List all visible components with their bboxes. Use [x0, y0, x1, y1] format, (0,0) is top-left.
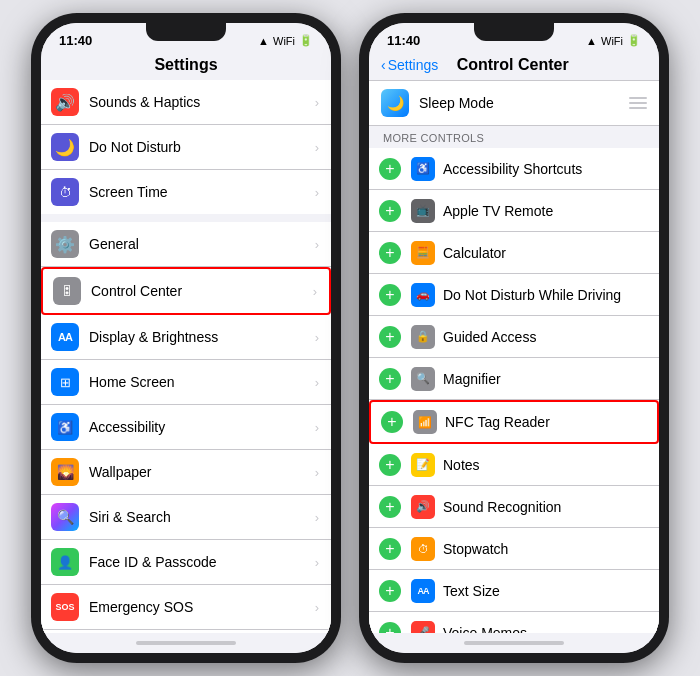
- sos-chevron: ›: [315, 600, 319, 615]
- textsize-label: Text Size: [443, 583, 647, 599]
- home-screen-item[interactable]: ⊞ Home Screen ›: [41, 360, 331, 405]
- display-chevron: ›: [315, 330, 319, 345]
- add-sound-btn[interactable]: +: [379, 496, 401, 518]
- right-status-icons: ▲ WiFi 🔋: [586, 34, 641, 47]
- control-center-item[interactable]: 🎛 Control Center ›: [41, 267, 331, 315]
- dnd-label: Do Not Disturb: [89, 139, 315, 155]
- magnifier-item[interactable]: + 🔍 Magnifier: [369, 358, 659, 400]
- drag-line-2: [629, 102, 647, 104]
- add-notes-btn[interactable]: +: [379, 454, 401, 476]
- screentime-chevron: ›: [315, 185, 319, 200]
- right-home-bar: [369, 633, 659, 653]
- left-group-2: ⚙️ General › 🎛 Control Center › AA Displ…: [41, 222, 331, 633]
- calculator-item[interactable]: + 🧮 Calculator: [369, 232, 659, 274]
- add-magnifier-btn[interactable]: +: [379, 368, 401, 390]
- left-phone: 11:40 ▲ WiFi 🔋 Settings 🔊 Sounds & Hapti…: [31, 13, 341, 663]
- general-item[interactable]: ⚙️ General ›: [41, 222, 331, 267]
- add-accessibility-btn[interactable]: +: [379, 158, 401, 180]
- notes-icon: 📝: [411, 453, 435, 477]
- voicememo-icon: 🎤: [411, 621, 435, 634]
- right-settings-list[interactable]: 🌙 Sleep Mode MORE CONTROLS + ♿ Accessibi…: [369, 81, 659, 633]
- display-icon: AA: [51, 323, 79, 351]
- accessibility-item[interactable]: ♿ Accessibility ›: [41, 405, 331, 450]
- wallpaper-label: Wallpaper: [89, 464, 315, 480]
- back-button[interactable]: ‹ Settings: [381, 57, 438, 73]
- stopwatch-item[interactable]: + ⏱ Stopwatch: [369, 528, 659, 570]
- right-phone: 11:40 ▲ WiFi 🔋 ‹ Settings Control Center…: [359, 13, 669, 663]
- sleep-icon: 🌙: [381, 89, 409, 117]
- faceid-icon: 👤: [51, 548, 79, 576]
- sleep-mode-item[interactable]: 🌙 Sleep Mode: [369, 81, 659, 126]
- voicememo-label: Voice Memos: [443, 625, 647, 634]
- exposure-item[interactable]: 📡 Exposure Notifications ›: [41, 630, 331, 633]
- left-nav-bar: Settings: [41, 52, 331, 80]
- text-size-item[interactable]: + AA Text Size: [369, 570, 659, 612]
- guided-access-label: Guided Access: [443, 329, 647, 345]
- accessibility-shortcuts-label: Accessibility Shortcuts: [443, 161, 647, 177]
- back-label: Settings: [388, 57, 439, 73]
- add-calculator-btn[interactable]: +: [379, 242, 401, 264]
- faceid-item[interactable]: 👤 Face ID & Passcode ›: [41, 540, 331, 585]
- signal-icon: ▲: [258, 35, 269, 47]
- guided-access-icon: 🔒: [411, 325, 435, 349]
- display-brightness-item[interactable]: AA Display & Brightness ›: [41, 315, 331, 360]
- dnd-driving-label: Do Not Disturb While Driving: [443, 287, 647, 303]
- voice-memos-item[interactable]: + 🎤 Voice Memos: [369, 612, 659, 633]
- accessibility-shortcuts-item[interactable]: + ♿ Accessibility Shortcuts: [369, 148, 659, 190]
- stopwatch-icon: ⏱: [411, 537, 435, 561]
- sounds-haptics-item[interactable]: 🔊 Sounds & Haptics ›: [41, 80, 331, 125]
- guided-access-item[interactable]: + 🔒 Guided Access: [369, 316, 659, 358]
- nfc-tag-reader-item[interactable]: + 📶 NFC Tag Reader: [369, 400, 659, 444]
- right-group-existing: 🌙 Sleep Mode: [369, 81, 659, 126]
- stopwatch-label: Stopwatch: [443, 541, 647, 557]
- siri-search-item[interactable]: 🔍 Siri & Search ›: [41, 495, 331, 540]
- control-center-label: Control Center: [91, 283, 313, 299]
- dnd-driving-item[interactable]: + 🚗 Do Not Disturb While Driving: [369, 274, 659, 316]
- wallpaper-item[interactable]: 🌄 Wallpaper ›: [41, 450, 331, 495]
- left-nav-title: Settings: [154, 56, 217, 73]
- textsize-icon: AA: [411, 579, 435, 603]
- screen-time-item[interactable]: ⏱ Screen Time ›: [41, 170, 331, 214]
- notes-item[interactable]: + 📝 Notes: [369, 444, 659, 486]
- add-guided-btn[interactable]: +: [379, 326, 401, 348]
- add-appletv-btn[interactable]: +: [379, 200, 401, 222]
- sound-recognition-item[interactable]: + 🔊 Sound Recognition: [369, 486, 659, 528]
- accessibility-icon: ♿: [51, 413, 79, 441]
- sleep-drag-handle[interactable]: [629, 97, 647, 109]
- do-not-disturb-item[interactable]: 🌙 Do Not Disturb ›: [41, 125, 331, 170]
- right-group-more: + ♿ Accessibility Shortcuts + 📺 Apple TV…: [369, 148, 659, 633]
- nfc-icon: 📶: [413, 410, 437, 434]
- sleep-label: Sleep Mode: [419, 95, 629, 111]
- siri-chevron: ›: [315, 510, 319, 525]
- left-home-bar: [41, 633, 331, 653]
- left-status-time: 11:40: [59, 33, 92, 48]
- wifi-icon: WiFi: [273, 35, 295, 47]
- add-textsize-btn[interactable]: +: [379, 580, 401, 602]
- add-stopwatch-btn[interactable]: +: [379, 538, 401, 560]
- right-nav-bar: ‹ Settings Control Center: [369, 52, 659, 81]
- left-settings-list[interactable]: 🔊 Sounds & Haptics › 🌙 Do Not Disturb › …: [41, 80, 331, 633]
- accessibility-chevron: ›: [315, 420, 319, 435]
- notes-label: Notes: [443, 457, 647, 473]
- home-indicator: [136, 641, 236, 645]
- homescreen-label: Home Screen: [89, 374, 315, 390]
- right-home-indicator: [464, 641, 564, 645]
- sounds-icon: 🔊: [51, 88, 79, 116]
- add-voicememo-btn[interactable]: +: [379, 622, 401, 634]
- faceid-label: Face ID & Passcode: [89, 554, 315, 570]
- right-notch: [474, 23, 554, 41]
- wallpaper-chevron: ›: [315, 465, 319, 480]
- sos-label: Emergency SOS: [89, 599, 315, 615]
- dnd-driving-icon: 🚗: [411, 283, 435, 307]
- screentime-icon: ⏱: [51, 178, 79, 206]
- right-wifi-icon: WiFi: [601, 35, 623, 47]
- emergency-sos-item[interactable]: SOS Emergency SOS ›: [41, 585, 331, 630]
- notch: [146, 23, 226, 41]
- appletv-item[interactable]: + 📺 Apple TV Remote: [369, 190, 659, 232]
- add-dnd-driving-btn[interactable]: +: [379, 284, 401, 306]
- add-nfc-btn[interactable]: +: [381, 411, 403, 433]
- nfc-label: NFC Tag Reader: [445, 414, 645, 430]
- display-label: Display & Brightness: [89, 329, 315, 345]
- dnd-icon: 🌙: [51, 133, 79, 161]
- magnifier-icon: 🔍: [411, 367, 435, 391]
